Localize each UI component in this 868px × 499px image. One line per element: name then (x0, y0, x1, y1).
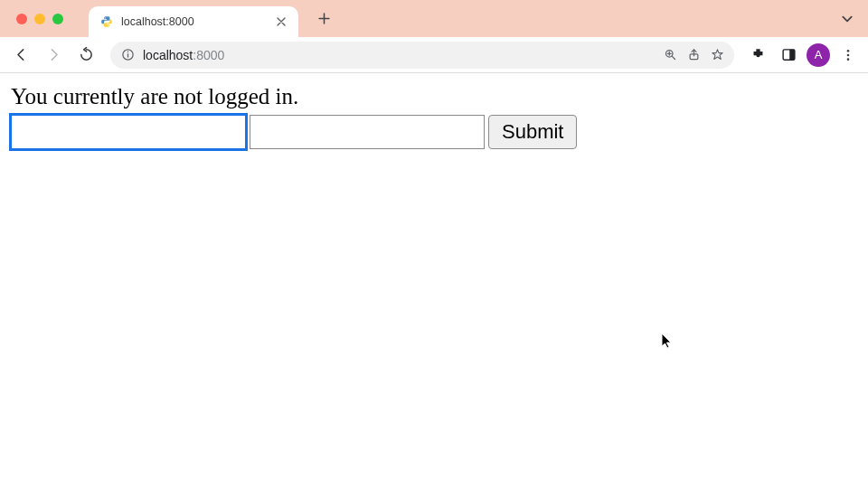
username-input[interactable] (11, 115, 246, 149)
tab-title: localhost:8000 (121, 15, 275, 28)
tab-overflow-button[interactable] (841, 13, 854, 25)
browser-tab-strip: localhost:8000 (0, 0, 868, 37)
side-panel-button[interactable] (776, 42, 801, 68)
chrome-menu-button[interactable] (835, 42, 861, 68)
svg-rect-2 (127, 52, 127, 52)
login-status-text: You currently are not logged in. (11, 84, 857, 109)
svg-rect-1 (127, 53, 127, 57)
svg-point-7 (847, 50, 850, 52)
submit-button[interactable]: Submit (488, 115, 577, 149)
avatar-letter: A (815, 48, 823, 61)
browser-tab[interactable]: localhost:8000 (89, 6, 298, 37)
forward-button[interactable] (40, 42, 67, 69)
share-icon[interactable] (685, 47, 702, 63)
back-button[interactable] (7, 42, 34, 69)
reload-button[interactable] (72, 42, 99, 69)
page-content: You currently are not logged in. Submit (0, 73, 868, 160)
browser-toolbar: localhost:8000 A (0, 37, 868, 73)
address-bar[interactable]: localhost:8000 (110, 42, 734, 69)
zoom-icon[interactable] (662, 47, 678, 63)
svg-point-9 (847, 58, 850, 61)
site-info-icon[interactable] (119, 47, 136, 63)
window-close-button[interactable] (16, 14, 27, 24)
login-form: Submit (11, 115, 857, 149)
tab-close-button[interactable] (275, 15, 288, 28)
password-input[interactable] (250, 115, 485, 149)
url-host: localhost (143, 48, 193, 62)
window-minimize-button[interactable] (34, 14, 45, 24)
new-tab-button[interactable] (311, 6, 336, 32)
svg-rect-6 (789, 50, 795, 60)
bookmark-star-icon[interactable] (709, 47, 725, 63)
mouse-cursor-icon (661, 333, 675, 351)
extensions-button[interactable] (745, 42, 770, 68)
window-maximize-button[interactable] (52, 14, 63, 24)
python-favicon-icon (99, 14, 114, 29)
url-text: localhost:8000 (143, 48, 655, 62)
window-controls (0, 14, 63, 24)
svg-point-8 (847, 53, 850, 56)
toolbar-right: A (745, 42, 861, 68)
profile-avatar[interactable]: A (807, 43, 830, 67)
url-port: :8000 (193, 48, 224, 62)
